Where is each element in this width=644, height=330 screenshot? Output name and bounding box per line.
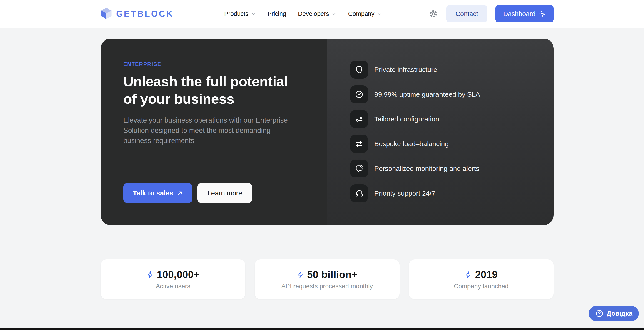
chevron-down-icon (251, 11, 256, 16)
hero-description: Elevate your business operations with ou… (123, 115, 298, 146)
stat-label: API requests processed monthly (281, 283, 373, 290)
feature-label: Private infrastructure (374, 66, 437, 73)
transfer-arrows-icon (350, 135, 368, 153)
lightning-icon (146, 270, 154, 279)
hero-cta-row: Talk to sales Learn more (123, 183, 252, 203)
feature-label: Bespoke load–balancing (374, 140, 449, 148)
lightning-icon (464, 270, 472, 279)
stat-label: Active users (156, 283, 190, 290)
feature-monitoring-alerts: Personalized monitoring and alerts (350, 160, 554, 177)
feature-priority-support: Priority support 24/7 (350, 184, 554, 202)
nav-item-pricing[interactable]: Pricing (268, 10, 286, 17)
headphones-icon (350, 184, 368, 202)
contact-button-label: Contact (456, 10, 478, 18)
hero-title-line2: of your business (123, 91, 234, 107)
hero-left-panel: ENTERPRISE Unleash the full potential of… (101, 38, 327, 225)
footer-strip (0, 328, 644, 330)
sliders-icon (350, 110, 368, 128)
chevron-down-icon (377, 11, 382, 16)
nav-right-cluster: Contact Dashboard (429, 0, 554, 28)
feature-label: Personalized monitoring and alerts (374, 165, 479, 172)
arrow-up-right-icon (177, 190, 183, 196)
chat-alert-icon (350, 160, 368, 177)
learn-more-button[interactable]: Learn more (198, 183, 252, 203)
hero-title-line1: Unleash the full potential (123, 73, 288, 89)
stat-label: Company launched (454, 283, 508, 290)
nav-item-label: Developers (298, 10, 329, 17)
hero-eyebrow: ENTERPRISE (123, 61, 308, 67)
stat-value: 2019 (475, 269, 498, 280)
help-button-label: Довідка (606, 310, 632, 317)
feature-label: Priority support 24/7 (374, 190, 435, 197)
hero-features-panel: Private infrastructure 99,99% uptime gua… (327, 38, 554, 225)
learn-more-label: Learn more (208, 189, 242, 197)
shield-icon (350, 61, 368, 78)
feature-private-infrastructure: Private infrastructure (350, 61, 554, 78)
top-nav: GETBLOCK Products Pricing Developers Com… (0, 0, 644, 28)
logo-wordmark: GETBLOCK (116, 9, 174, 19)
contact-button[interactable]: Contact (446, 5, 487, 22)
lightning-icon (297, 270, 304, 279)
feature-load-balancing: Bespoke load–balancing (350, 135, 554, 153)
stats-row: 100,000+ Active users 50 billion+ API re… (101, 259, 554, 299)
nav-item-label: Company (348, 10, 374, 17)
feature-label: Tailored configuration (374, 115, 439, 123)
dashboard-button[interactable]: Dashboard (496, 5, 554, 22)
gear-icon[interactable] (429, 9, 438, 18)
help-button[interactable]: Довідка (589, 306, 639, 321)
nav-item-company[interactable]: Company (348, 10, 382, 17)
stat-value: 50 billion+ (307, 269, 358, 280)
gauge-icon (350, 85, 368, 103)
stat-card-api-requests: 50 billion+ API requests processed month… (255, 259, 399, 299)
nav-item-label: Pricing (268, 10, 286, 17)
hero-title: Unleash the full potential of your busin… (123, 73, 308, 108)
feature-tailored-configuration: Tailored configuration (350, 110, 554, 128)
nav-item-developers[interactable]: Developers (298, 10, 336, 17)
enterprise-hero-card: ENTERPRISE Unleash the full potential of… (101, 38, 554, 225)
stat-card-active-users: 100,000+ Active users (101, 259, 245, 299)
nav-item-products[interactable]: Products (224, 10, 256, 17)
cube-logo-icon (101, 7, 112, 21)
question-circle-icon (595, 309, 604, 318)
dashboard-button-label: Dashboard (503, 10, 536, 18)
getblock-logo[interactable]: GETBLOCK (101, 0, 174, 28)
chevron-down-icon (332, 11, 336, 16)
stat-card-company-launched: 2019 Company launched (409, 259, 554, 299)
nav-item-label: Products (224, 10, 248, 17)
talk-to-sales-label: Talk to sales (133, 189, 173, 197)
feature-uptime: 99,99% uptime guaranteed by SLA (350, 85, 554, 103)
stat-value: 100,000+ (157, 269, 200, 280)
cursor-sparkle-icon (538, 10, 546, 17)
talk-to-sales-button[interactable]: Talk to sales (123, 183, 192, 203)
nav-links: Products Pricing Developers Company (224, 0, 382, 28)
feature-label: 99,99% uptime guaranteed by SLA (374, 91, 480, 98)
